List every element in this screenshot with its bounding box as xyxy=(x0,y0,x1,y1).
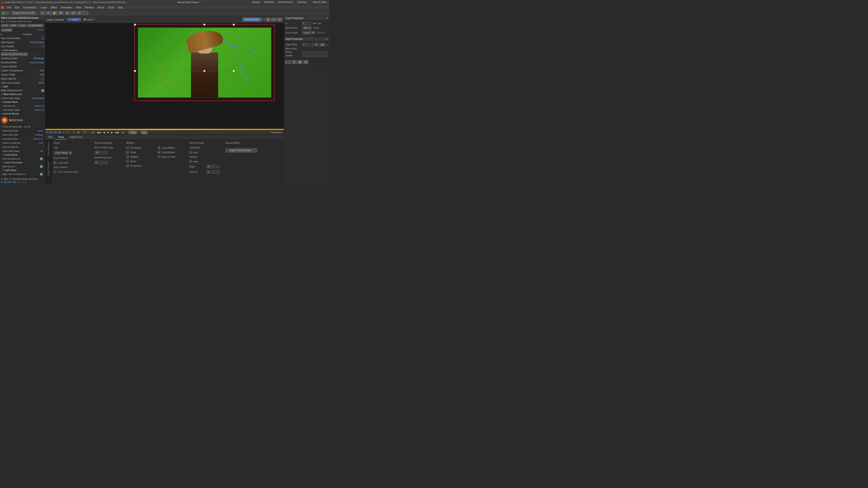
transport-play-arrow[interactable]: |► xyxy=(76,131,81,134)
layer-below-select[interactable]: Layer Below xyxy=(54,151,72,155)
use-ae-host-mask-radio[interactable] xyxy=(2,125,5,128)
track-pt-4[interactable] xyxy=(245,78,248,80)
matte-refinement-section[interactable]: Matte Refinement xyxy=(0,93,45,96)
preset-default[interactable]: Default xyxy=(250,1,262,4)
spill-section[interactable]: Spill xyxy=(0,85,45,89)
edge-props-close[interactable]: ✕ xyxy=(326,38,328,40)
play-first-btn[interactable]: ⏮ xyxy=(91,131,95,134)
menu-item-animation[interactable]: Animation xyxy=(59,6,74,9)
cc-on-checkbox[interactable]: ✓ xyxy=(40,158,43,160)
handle-tm[interactable] xyxy=(204,24,205,26)
auto-analyze-section[interactable]: Auto Analyze xyxy=(0,48,45,52)
fx-browser-btn[interactable]: FX BROWSER xyxy=(27,24,44,27)
play-btn[interactable]: ▶ xyxy=(110,131,114,134)
translation-checkbox[interactable]: ✓ xyxy=(126,147,129,149)
horizontal-auto-checkbox[interactable]: ✓ xyxy=(189,151,192,154)
angle-input[interactable] xyxy=(207,165,220,168)
tool-zoom[interactable]: 🔍 xyxy=(58,11,64,15)
preset-standard[interactable]: Standard xyxy=(262,1,276,4)
play-prev-frame-btn[interactable]: ◀ xyxy=(102,131,105,134)
save-btn[interactable]: SAVE xyxy=(10,24,18,27)
track-tab[interactable]: Track xyxy=(55,135,67,139)
large-motion-radio[interactable]: ● xyxy=(158,147,160,149)
rotation-checkbox[interactable]: ✓ xyxy=(126,156,129,158)
min-pct-input[interactable] xyxy=(94,151,108,154)
menu-item-window[interactable]: Window xyxy=(83,6,96,9)
selected-layer-btn[interactable]: Selected layer xyxy=(243,18,261,22)
phase-slider[interactable] xyxy=(302,51,328,53)
outside-mask-section[interactable]: Outside Mask xyxy=(0,100,45,104)
adjust-track-tab[interactable]: AdjustTrack xyxy=(67,135,86,139)
small-motion-radio[interactable]: ● xyxy=(158,151,160,154)
manual-track-radio[interactable]: ○ xyxy=(158,156,160,158)
handle-br[interactable] xyxy=(233,70,235,72)
eraser-tool-label[interactable]: Eraser Tool (Cmd+B) xyxy=(11,11,36,15)
tool-btn-1[interactable] xyxy=(6,11,9,15)
preset-libraries[interactable]: Libraries xyxy=(295,1,308,4)
track-individual-checkbox[interactable] xyxy=(54,170,57,173)
tool-icon-4[interactable]: ⊞ xyxy=(303,60,308,64)
click-analyze-btn[interactable]: CLICK TO AUTO ANALYZE xyxy=(1,53,28,56)
record-btn[interactable]: ● xyxy=(1,11,5,15)
play-next-btn[interactable]: ▶▶ xyxy=(115,131,120,134)
lp-in-input[interactable] xyxy=(302,22,311,25)
track-pt-2[interactable] xyxy=(232,44,234,47)
menu-item-file[interactable]: File xyxy=(5,6,13,9)
luminance-radio[interactable]: ● xyxy=(54,161,57,164)
layer-2-item[interactable]: Layer 2 xyxy=(67,18,81,22)
tool-icon-2[interactable]: ✂ xyxy=(291,60,297,64)
menu-item-edit[interactable]: Edit xyxy=(13,6,21,9)
view-pin-btn[interactable]: 📌 xyxy=(277,18,283,22)
light-wrap-section[interactable]: Light Wrap xyxy=(1,168,43,172)
tool-hand[interactable]: ✋ xyxy=(52,11,57,15)
preset-small-screen[interactable]: Small Screen xyxy=(276,1,295,4)
tool-select[interactable]: ↖ xyxy=(40,11,45,15)
menu-item-help[interactable]: Help xyxy=(116,6,125,9)
menu-item-layer[interactable]: Layer xyxy=(39,6,49,9)
shear-checkbox[interactable]: ✓ xyxy=(126,160,129,163)
tool-connect[interactable]: ⊕ xyxy=(77,11,82,15)
quality-slider[interactable] xyxy=(302,55,328,57)
handle-tl[interactable] xyxy=(134,24,136,26)
key-btn[interactable]: Key xyxy=(141,131,148,134)
view-zoom-btn[interactable]: ⬡ xyxy=(271,18,276,22)
launch-mocha-section[interactable]: Launch Mocha xyxy=(0,112,45,116)
scale-checkbox[interactable]: ✓ xyxy=(126,151,129,154)
vertical-auto-checkbox[interactable]: ✓ xyxy=(189,160,192,163)
track-pt-3[interactable] xyxy=(241,67,243,69)
track-pt-5[interactable] xyxy=(254,51,256,54)
transport-arrow[interactable]: -| xyxy=(62,131,65,134)
tool-icon-3[interactable]: 🗑 xyxy=(297,60,303,64)
menu-item-effect[interactable]: Effect xyxy=(49,6,59,9)
edge-set-btn[interactable]: Set xyxy=(319,43,325,46)
menu-item-view[interactable]: View xyxy=(74,6,83,9)
matte-refinement-on-checkbox[interactable]: ✓ xyxy=(41,89,44,92)
track-btn[interactable]: Track xyxy=(128,131,137,134)
adjust-light-on-checkbox[interactable] xyxy=(41,77,44,80)
zoom-pct-input[interactable] xyxy=(207,170,220,174)
edge-cc-on-checkbox[interactable]: ✓ xyxy=(40,173,43,175)
license-btn[interactable]: LICENSE xyxy=(1,29,12,32)
handle-tr[interactable] xyxy=(233,24,235,26)
hud-btn[interactable]: H.U.D. xyxy=(18,24,27,27)
tool-pen[interactable]: ✒ xyxy=(46,11,51,15)
lp-blend-select[interactable]: Add xyxy=(302,26,312,30)
lp-link-select[interactable]: Layer 2 xyxy=(302,31,315,35)
view-matte-checkbox[interactable] xyxy=(41,37,44,40)
menu-item-movie[interactable]: Movie xyxy=(96,6,106,9)
clip-tab[interactable]: Clip xyxy=(45,135,55,139)
inside-mask-section[interactable]: Inside Mask xyxy=(1,153,43,157)
handle-bl[interactable] xyxy=(134,70,136,72)
tool-link[interactable]: 🔗 xyxy=(70,11,76,15)
menu-item-tools[interactable]: Tools xyxy=(106,6,116,9)
menu-item-composition[interactable]: Composition xyxy=(21,6,39,9)
search-help[interactable]: Search Help xyxy=(311,1,328,4)
edge-add-btn[interactable]: + xyxy=(327,43,329,46)
perspective-checkbox[interactable]: ✓ xyxy=(126,164,129,167)
play-stop-btn[interactable]: ■ xyxy=(106,131,110,134)
view-fit-btn[interactable]: ⊞ xyxy=(266,18,271,22)
play-prev-btn[interactable]: ◀◀ xyxy=(96,131,101,134)
handle-bm[interactable] xyxy=(204,70,205,72)
edge-width-input[interactable] xyxy=(302,43,311,46)
tool-path[interactable]: ⬛ xyxy=(83,11,88,15)
